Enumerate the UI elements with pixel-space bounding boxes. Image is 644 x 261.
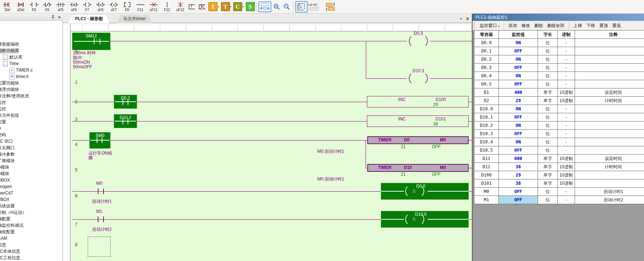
sidebar-item-19[interactable]: D模块 xyxy=(0,164,63,170)
add-button[interactable]: 添加 xyxy=(509,23,517,29)
sidebar-item-14[interactable]: 密码 xyxy=(0,132,63,138)
monitor-value[interactable]: OFF xyxy=(499,47,538,55)
ladder-coil-d10-3[interactable] xyxy=(405,73,431,83)
monitor-column-header[interactable]: 字长 xyxy=(538,31,558,39)
ladder-coil-d10-0[interactable]: D10.0 S xyxy=(381,211,469,228)
monitor-value[interactable]: ON xyxy=(499,72,538,80)
toolbar-contact-delete-button[interactable]: Del xyxy=(1,0,14,13)
monitor-value[interactable]: 38 xyxy=(499,163,538,171)
monitor-value[interactable]: OFF xyxy=(499,196,538,204)
pin-icon[interactable] xyxy=(51,15,55,19)
toolbar-coil-button[interactable]: F7 xyxy=(80,0,94,13)
monitor-row[interactable]: D10.0ON位- xyxy=(474,105,644,113)
sidebar-item-17[interactable]: 脉冲参数 xyxy=(0,151,63,157)
sidebar-item-31[interactable]: 信息 xyxy=(0,242,63,248)
sidebar-item-3[interactable]: Time xyxy=(0,60,63,67)
state-instruction-button[interactable]: S xyxy=(246,2,255,11)
monitor-value[interactable]: 29 xyxy=(499,97,538,105)
toolbar-rising-edge-contact-button[interactable]: sF5 xyxy=(54,0,67,13)
monitor-value[interactable]: 400 xyxy=(499,88,538,97)
monitor-value[interactable]: ON xyxy=(499,39,538,47)
ladder-contact-sm12[interactable]: SM12 ↑ xyxy=(72,33,110,50)
sidebar-item-6[interactable]: 配置功能块 xyxy=(0,80,63,86)
sidebar-item-8[interactable]: 件注释/使用状况 xyxy=(0,93,63,99)
sidebar-item-32[interactable]: LC本体信息 xyxy=(0,248,63,255)
ladder-function-timer1[interactable]: TIMER D0 M0 xyxy=(367,136,469,144)
delete-branch-button[interactable] xyxy=(197,2,207,12)
ladder-contact-d10-2[interactable]: D10.2 xyxy=(114,114,137,128)
chevron-down-icon[interactable]: ▾ xyxy=(218,5,219,8)
close-document-icon[interactable]: × xyxy=(466,16,469,22)
sidebar-item-21[interactable]: GBOX xyxy=(0,177,63,183)
sidebar-item-10[interactable]: 监控 xyxy=(0,106,63,112)
monitor-column-header[interactable]: 注释 xyxy=(575,31,644,39)
monitor-column-header[interactable]: 寄存器 xyxy=(474,31,499,39)
toolbar-vline-button[interactable]: F12 xyxy=(160,0,174,13)
move-up-button[interactable]: 上移 xyxy=(574,23,582,29)
monitor-window-menu[interactable]: 监控窗口 ▾ xyxy=(480,23,500,29)
sidebar-item-4[interactable]: cTIMER.c xyxy=(0,67,63,73)
close-panel-icon[interactable]: × xyxy=(58,14,61,20)
modify-button[interactable]: 修改 xyxy=(521,23,530,29)
sidebar-item-15[interactable]: LC 串口 xyxy=(0,138,63,145)
monitor-row[interactable]: D0.2ON位- xyxy=(474,55,644,64)
monitor-value[interactable]: ON xyxy=(499,105,538,113)
sidebar-item-2[interactable]: 默认库 xyxy=(0,54,63,60)
monitor-row[interactable]: D0.0ON位- xyxy=(474,39,644,47)
toolbar-grip[interactable] xyxy=(474,23,475,28)
monitor-row[interactable]: D1238单字10进制计时时间 xyxy=(474,163,644,171)
sidebar-item-33[interactable]: LC工程信息 xyxy=(0,255,63,261)
monitor-row[interactable]: D0.5OFF位- xyxy=(474,80,644,88)
sidebar-item-25[interactable]: 系统设置 xyxy=(0,203,63,209)
ladder-contact-m1[interactable] xyxy=(98,216,98,222)
instruction-list-view-button[interactable]: Ld m0 xyxy=(308,2,323,12)
move-bottom-button[interactable]: 置底 xyxy=(612,23,621,29)
delete-button[interactable]: 删除 xyxy=(534,23,543,29)
tab-ladder[interactable]: PLC1 - 梯形图 xyxy=(69,15,109,23)
sidebar-item-22[interactable]: anopen xyxy=(0,183,63,190)
sidebar-item-12[interactable]: 配置 xyxy=(0,119,63,125)
sidebar-item-24[interactable]: VBOX xyxy=(0,196,63,203)
zoom-out-button[interactable] xyxy=(282,2,291,12)
monitor-row[interactable]: D10138单字10进制 xyxy=(474,179,644,188)
sidebar-item-18[interactable]: 扩展模块 xyxy=(0,157,63,164)
sidebar-item-0[interactable]: 梯形图编程 xyxy=(0,41,63,47)
monitor-row[interactable]: D10.1OFF位- xyxy=(474,113,644,122)
monitor-row[interactable]: D10.3OFF位- xyxy=(474,130,644,138)
toolbar-falling-edge-contact-button[interactable]: sF6 xyxy=(67,0,80,13)
move-top-button[interactable]: 置顶 xyxy=(599,23,608,29)
zoom-in-button[interactable] xyxy=(272,2,281,12)
monitor-row[interactable]: M1OFF位-启动计时2 xyxy=(474,196,644,204)
monitor-row[interactable]: D229单字10进制计时时间 xyxy=(474,97,644,105)
monitor-value[interactable]: ON xyxy=(499,122,538,130)
input-instruction-button[interactable]: I xyxy=(208,2,217,11)
monitor-value[interactable]: OFF xyxy=(499,146,538,155)
counter-instruction-button[interactable]: C xyxy=(233,2,242,11)
sidebar-item-29[interactable]: 轴组配置 xyxy=(0,229,63,235)
monitor-row[interactable]: D0.4ON位- xyxy=(474,72,644,80)
monitor-value[interactable]: ON xyxy=(499,138,538,146)
monitor-value[interactable]: OFF xyxy=(499,188,538,196)
ladder-instruction-inc-d101[interactable]: INC D101 xyxy=(367,115,469,127)
sidebar-item-28[interactable]: 轴监控和调试 xyxy=(0,222,63,229)
sidebar-item-5[interactable]: Htimer.h xyxy=(0,73,63,80)
monitor-value[interactable]: OFF xyxy=(499,64,538,72)
ladder-coil-d0-0[interactable]: D0.0 S xyxy=(381,183,469,200)
toolbar-instruction-bracket-button[interactable]: F8 xyxy=(120,0,134,13)
ladder-contact-m0[interactable] xyxy=(98,188,98,194)
chevron-down-icon[interactable]: ▾ xyxy=(243,5,244,8)
tab-header-file[interactable]: 头文件timer xyxy=(117,15,152,23)
monitor-value[interactable]: OFF xyxy=(499,130,538,138)
insert-branch-button[interactable] xyxy=(187,2,197,12)
monitor-value[interactable]: OFF xyxy=(499,113,538,122)
toolbar-vline-delete-button[interactable]: sF12 xyxy=(174,0,187,13)
move-down-button[interactable]: 下移 xyxy=(586,23,595,29)
monitor-column-header[interactable]: 监控值 xyxy=(499,31,538,39)
monitor-value[interactable]: 600 xyxy=(499,155,538,163)
delete-all-button[interactable]: 删除全部 xyxy=(547,23,565,29)
monitor-row[interactable]: D10.4ON位- xyxy=(474,138,644,146)
sidebar-item-13[interactable]: O xyxy=(0,125,63,132)
toolbar-open-contact-button[interactable]: F5 xyxy=(27,0,41,13)
monitor-row[interactable]: M0OFF位-启动计时1 xyxy=(474,188,644,196)
monitor-row[interactable]: D10.5OFF位- xyxy=(474,146,644,155)
